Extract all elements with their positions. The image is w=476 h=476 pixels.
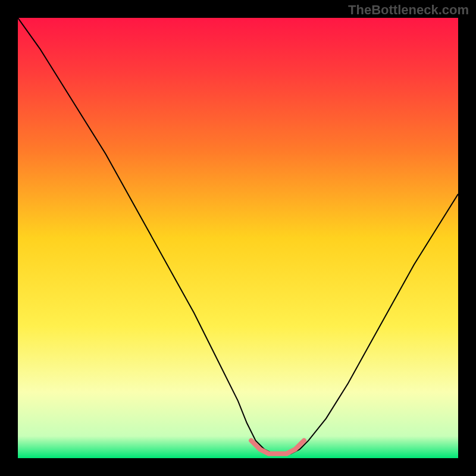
bottleneck-chart: [18, 18, 458, 458]
gradient-background: [18, 18, 458, 458]
chart-container: TheBottleneck.com: [0, 0, 476, 476]
watermark-text: TheBottleneck.com: [348, 2, 469, 18]
